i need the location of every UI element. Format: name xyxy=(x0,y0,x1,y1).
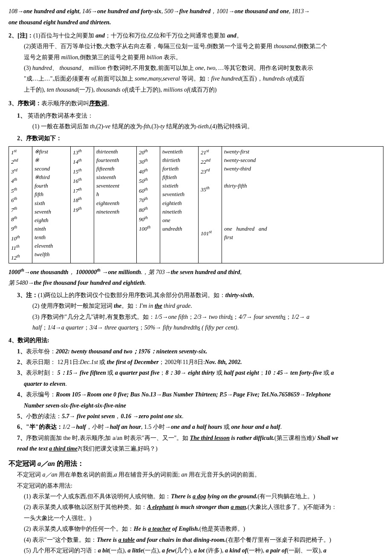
ordinal-rules: 1、 英语的序数词基本变法： (1) 一般在基数词后加 th,(2)-ve 结尾… xyxy=(17,111,383,132)
section4-numeral-usage: 4、数词的用法: 1、表示年份：2002: twenty thousand an… xyxy=(9,336,383,454)
number-examples-line2: one thousand eight hundred and thirteen. xyxy=(9,18,383,27)
section3-notes: 3、注：(1)两位以上的序数词仅个位数部分用序数词,其余部分仍用基数词。如：th… xyxy=(17,291,383,333)
section2-note: 2、[注]：(1)百位与十位之间要加 and；十万位和万位,亿位和千万位之间通常… xyxy=(9,31,383,95)
section3-ordinals: 3、序数词：表示顺序的数词叫序数词。 xyxy=(9,99,383,108)
section-indefinite-article: 不定冠词 a／an 的用法： 不定冠词 a／an 用在单数名词的前面,a 用在辅… xyxy=(9,458,383,555)
section3-table-label: 2、序数词如下： xyxy=(17,134,383,143)
number-examples-line1: 108→one hundred and eight, 146→one hundr… xyxy=(9,7,383,16)
after-table-notes: 1000th→one thousandth， 1000000th →one mi… xyxy=(9,267,383,288)
page-content: 108→one hundred and eight, 146→one hundr… xyxy=(9,7,383,555)
ordinal-table: 1st2nd3rd4th5th6th7th8th9th10th11th12th … xyxy=(9,146,383,264)
